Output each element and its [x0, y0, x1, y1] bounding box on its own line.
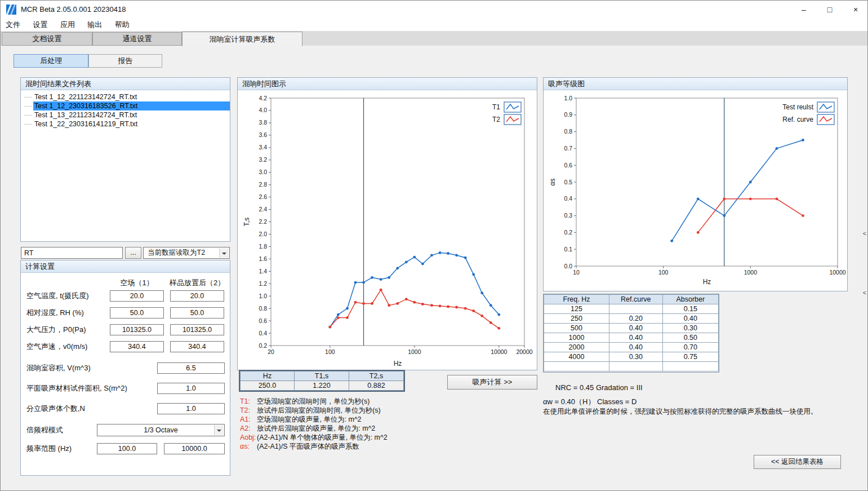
collapse-panel-handle[interactable]: <: [861, 225, 868, 242]
octave-mode-label: 倍频程模式: [26, 424, 63, 436]
file-list-item[interactable]: Test 1_13_221123142724_RT.txt: [21, 110, 230, 120]
svg-text:2.4: 2.4: [259, 206, 267, 213]
svg-text:0.8: 0.8: [259, 305, 267, 312]
svg-text:T2: T2: [492, 116, 500, 123]
humidity-empty-field[interactable]: [110, 307, 164, 319]
octave-mode-select[interactable]: 1/3 Octave: [97, 424, 225, 436]
tab-channel-settings[interactable]: 通道设置: [92, 32, 182, 46]
note-alphas: αs:(A2-A1)/S 平面吸声体的吸声系数: [240, 442, 541, 451]
absorber-count-field[interactable]: [157, 403, 225, 414]
close-button[interactable]: ×: [843, 1, 868, 19]
table-row[interactable]: 10000.400.50: [544, 333, 719, 343]
svg-text:0.6: 0.6: [259, 317, 267, 324]
pressure-sample-field[interactable]: [170, 324, 224, 335]
table-row[interactable]: 2500.200.40: [544, 314, 719, 324]
titlebar[interactable]: MCR Beta 2.05.0.001 20230418 – □ ×: [1, 1, 867, 19]
air-temp-empty-field[interactable]: [110, 290, 164, 302]
svg-text:0.1: 0.1: [564, 246, 572, 253]
file-list-item[interactable]: Test 1_12_221123142724_RT.txt: [21, 92, 230, 101]
file-list-item-selected[interactable]: Test 1_12_230316183526_RT.txt: [21, 101, 230, 110]
table-filler-row: [544, 362, 719, 371]
table-row[interactable]: 40000.300.75: [544, 352, 719, 362]
svg-text:1.6: 1.6: [259, 255, 267, 262]
absorption-result-table-wrap[interactable]: Freq. Hz Ref.curve Absorber 1250.15 2500…: [543, 294, 719, 373]
current-data-select[interactable]: 当前数据读取为T2: [143, 247, 230, 259]
rt-file-list-panel: 混时间结果文件列表 Test 1_12_221123142724_RT.txt …: [20, 77, 230, 242]
sample-area-field[interactable]: [157, 383, 225, 394]
column-header-with-sample: 样品放置后（2）: [166, 278, 228, 288]
svg-text:1.8: 1.8: [259, 243, 267, 250]
freq-min-field[interactable]: [97, 443, 157, 454]
svg-text:αs: αs: [549, 179, 557, 186]
room-volume-field[interactable]: [157, 362, 225, 374]
menu-file[interactable]: 文件: [1, 19, 25, 31]
col-refcurve: Ref.curve: [609, 295, 663, 304]
svg-text:3.6: 3.6: [259, 131, 267, 138]
table-row[interactable]: 1250.15: [544, 304, 719, 314]
tree-branch-icon: [24, 114, 32, 116]
app-window: MCR Beta 2.05.0.001 20230418 – □ × 文件 设置…: [0, 0, 868, 491]
note-a2: A2:放试件后混响室的吸声量, 单位为: m^2: [240, 424, 541, 433]
freq-max-field[interactable]: [164, 443, 225, 454]
svg-text:0.4: 0.4: [564, 195, 572, 202]
svg-text:2.6: 2.6: [259, 193, 267, 200]
tree-branch-icon: [24, 96, 32, 98]
rt-name-input[interactable]: [21, 247, 123, 259]
svg-text:1.0: 1.0: [564, 95, 572, 101]
svg-text:0.6: 0.6: [564, 162, 572, 169]
note-a1: A1:空场混响室的吸声量, 单位为: m^2: [240, 415, 541, 424]
cursor-col-t1: T1,s: [295, 371, 349, 381]
subtab-postprocess[interactable]: 后处理: [14, 54, 88, 68]
absorption-result-table[interactable]: Freq. Hz Ref.curve Absorber 1250.15 2500…: [544, 294, 719, 371]
svg-text:T,s: T,s: [243, 218, 251, 226]
file-list-item[interactable]: Test 1_22_230316141219_RT.txt: [21, 120, 230, 129]
humidity-sample-field[interactable]: [170, 307, 224, 319]
absorption-grade-chart[interactable]: 0.00.10.20.30.40.50.60.70.80.91.01010010…: [544, 90, 847, 291]
rt-file-list-title: 混时间结果文件列表: [21, 78, 230, 90]
usage-note: 在使用此单值评价量的时候，强烈建议与按照标准获得的完整的吸声系数曲线一块使用。: [543, 407, 818, 417]
svg-text:0.0: 0.0: [564, 263, 572, 269]
table-row[interactable]: 5000.400.30: [544, 324, 719, 333]
freq-range-label: 频率范围 (Hz): [26, 443, 72, 454]
menu-settings[interactable]: 设置: [28, 19, 52, 31]
svg-text:0.3: 0.3: [564, 212, 572, 219]
tab-reverb-room-absorption[interactable]: 混响室计算吸声系数: [182, 32, 302, 46]
tab-document-settings[interactable]: 文档设置: [2, 32, 92, 46]
sound-speed-empty-field[interactable]: [110, 341, 164, 352]
subtab-report[interactable]: 报告: [88, 54, 162, 68]
menu-apply[interactable]: 应用: [55, 19, 80, 31]
collapse-panel-handle[interactable]: <: [861, 284, 868, 301]
reverberation-time-chart[interactable]: 0.20.40.60.81.01.21.41.61.82.02.22.42.62…: [238, 90, 537, 370]
cursor-values-table[interactable]: Hz T1,s T2,s 250.0 1.220 0.882: [240, 371, 404, 391]
svg-text:0.4: 0.4: [259, 330, 267, 337]
pressure-empty-field[interactable]: [110, 324, 164, 335]
column-header-empty-room: 空场（1）: [110, 278, 164, 288]
sound-speed-sample-field[interactable]: [170, 341, 224, 352]
browse-button[interactable]: ...: [125, 247, 141, 259]
maximize-button[interactable]: □: [817, 1, 843, 19]
tree-branch-icon: [24, 105, 32, 107]
svg-text:0.8: 0.8: [564, 128, 572, 135]
svg-text:1.4: 1.4: [259, 268, 267, 275]
table-row[interactable]: 20000.400.70: [544, 343, 719, 352]
pressure-label: 大气压力，P0(Pa): [26, 324, 86, 335]
air-temp-sample-field[interactable]: [170, 290, 224, 302]
back-to-results-button[interactable]: << 返回结果表格: [754, 455, 841, 469]
svg-text:1000: 1000: [744, 269, 758, 276]
svg-text:2.8: 2.8: [259, 181, 267, 188]
svg-text:2.0: 2.0: [259, 231, 267, 237]
cursor-t2-value: 0.882: [349, 381, 404, 391]
svg-text:100: 100: [325, 348, 335, 355]
rt-file-list[interactable]: Test 1_12_221123142724_RT.txt Test 1_12_…: [21, 90, 230, 241]
menu-output[interactable]: 输出: [82, 19, 107, 31]
absorption-calc-button[interactable]: 吸声计算 >>: [447, 375, 537, 390]
minimize-button[interactable]: –: [791, 1, 817, 19]
tree-branch-icon: [24, 123, 32, 125]
nrc-result: NRC = 0.45 Gradation = III: [555, 383, 643, 392]
air-temp-label: 空气温度, t(摄氏度): [26, 290, 89, 302]
svg-text:3.2: 3.2: [259, 156, 267, 163]
svg-text:0.7: 0.7: [564, 145, 572, 152]
menu-help[interactable]: 帮助: [110, 19, 135, 31]
note-t1: T1:空场混响室的混响时间，单位为秒(s): [240, 397, 541, 406]
svg-text:10: 10: [573, 269, 580, 276]
